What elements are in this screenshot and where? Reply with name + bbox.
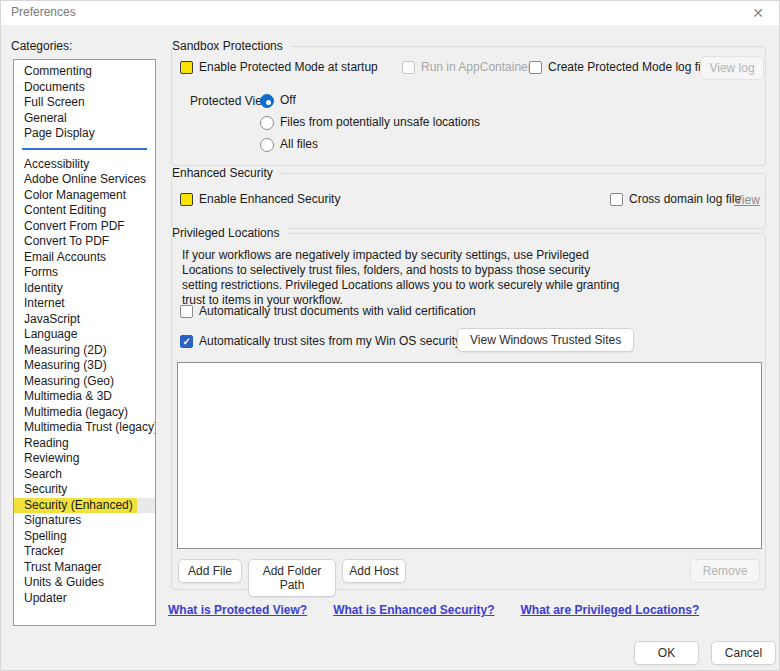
ok-button[interactable]: OK: [634, 641, 699, 665]
categories-list: Commenting Documents Full Screen General…: [13, 59, 156, 626]
view-log-button: View log: [700, 56, 764, 80]
categories-label: Categories:: [11, 39, 72, 53]
enable-protected-mode-checkbox[interactable]: [180, 61, 193, 74]
sidebar-item[interactable]: Measuring (3D): [14, 358, 155, 374]
protected-view-all-files-radio[interactable]: [260, 138, 274, 152]
protected-view-unsafe-radio[interactable]: [260, 116, 274, 130]
sidebar-item[interactable]: Forms: [14, 265, 155, 281]
protected-view-off-radio[interactable]: [260, 94, 274, 108]
what-is-enhanced-security-link[interactable]: What is Enhanced Security?: [333, 603, 494, 617]
protected-view-off-label: Off: [280, 93, 296, 107]
add-folder-path-button[interactable]: Add Folder Path: [248, 559, 336, 597]
sidebar-item[interactable]: Search: [14, 467, 155, 483]
create-protected-mode-log-label: Create Protected Mode log file: [548, 60, 710, 74]
sidebar-item[interactable]: Convert To PDF: [14, 234, 155, 250]
sidebar-item[interactable]: Measuring (2D): [14, 343, 155, 359]
enable-enhanced-security-label: Enable Enhanced Security: [199, 192, 340, 206]
sidebar-item[interactable]: Security: [14, 482, 155, 498]
add-file-button[interactable]: Add File: [178, 559, 242, 583]
trust-win-os-sites-label: Automatically trust sites from my Win OS…: [199, 334, 496, 348]
sidebar-item[interactable]: Reading: [14, 436, 155, 452]
sidebar-item[interactable]: Tracker: [14, 544, 155, 560]
help-links: What is Protected View? What is Enhanced…: [168, 603, 699, 617]
sidebar-item[interactable]: Commenting: [14, 64, 155, 80]
sandbox-protections-group: Sandbox Protections Enable Protected Mod…: [171, 46, 766, 166]
enable-enhanced-security-checkbox[interactable]: [180, 193, 193, 206]
remove-button: Remove: [690, 559, 760, 583]
sidebar-item[interactable]: Multimedia Trust (legacy): [14, 420, 155, 436]
trusted-locations-listbox[interactable]: [177, 362, 762, 549]
sidebar-item[interactable]: Updater: [14, 591, 155, 607]
cross-domain-log-checkbox[interactable]: [610, 193, 623, 206]
dialog-content: Categories: Commenting Documents Full Sc…: [1, 25, 780, 671]
protected-view-unsafe-label: Files from potentially unsafe locations: [280, 115, 480, 129]
categories-group-top: Commenting Documents Full Screen General…: [14, 64, 155, 142]
sidebar-item[interactable]: Multimedia (legacy): [14, 405, 155, 421]
enhanced-security-group: Enhanced Security Enable Enhanced Securi…: [171, 173, 766, 229]
run-in-appcontainer-checkbox: [402, 61, 415, 74]
cancel-button[interactable]: Cancel: [711, 641, 776, 665]
sidebar-item[interactable]: Measuring (Geo): [14, 374, 155, 390]
privileged-locations-title: Privileged Locations: [172, 227, 287, 240]
sidebar-item[interactable]: Full Screen: [14, 95, 155, 111]
sidebar-item[interactable]: Units & Guides: [14, 575, 155, 591]
sidebar-item[interactable]: Trust Manager: [14, 560, 155, 576]
trust-win-os-sites-checkbox[interactable]: [180, 335, 193, 348]
sidebar-item[interactable]: JavaScript: [14, 312, 155, 328]
sidebar-item[interactable]: Page Display: [14, 126, 155, 142]
what-is-protected-view-link[interactable]: What is Protected View?: [168, 603, 307, 617]
sidebar-item[interactable]: Content Editing: [14, 203, 155, 219]
trust-certified-docs-label: Automatically trust documents with valid…: [199, 304, 476, 318]
sidebar-item[interactable]: Internet: [14, 296, 155, 312]
cross-domain-view-link[interactable]: View: [734, 193, 760, 207]
create-protected-mode-log-checkbox[interactable]: [529, 61, 542, 74]
sidebar-item[interactable]: Signatures: [14, 513, 155, 529]
privileged-locations-group: Privileged Locations If your workflows a…: [171, 233, 766, 590]
sidebar-item[interactable]: Documents: [14, 80, 155, 96]
title-bar: Preferences ✕: [1, 1, 779, 25]
sidebar-item[interactable]: Language: [14, 327, 155, 343]
sidebar-item[interactable]: Email Accounts: [14, 250, 155, 266]
sidebar-item[interactable]: Accessibility: [14, 157, 155, 173]
sidebar-item[interactable]: General: [14, 111, 155, 127]
run-in-appcontainer-label: Run in AppContainer: [421, 60, 532, 74]
enable-protected-mode-label: Enable Protected Mode at startup: [199, 60, 378, 74]
privileged-locations-description: If your workflows are negatively impacte…: [182, 248, 622, 308]
cross-domain-log-label: Cross domain log file: [629, 192, 741, 206]
sidebar-item[interactable]: Spelling: [14, 529, 155, 545]
footer-buttons: OK Cancel: [634, 641, 776, 665]
close-icon[interactable]: ✕: [749, 4, 767, 22]
sidebar-item[interactable]: Multimedia & 3D: [14, 389, 155, 405]
trust-certified-docs-checkbox[interactable]: [180, 305, 193, 318]
preferences-dialog: Preferences ✕ Categories: Commenting Doc…: [0, 0, 780, 671]
add-host-button[interactable]: Add Host: [342, 559, 406, 583]
sidebar-item[interactable]: Adobe Online Services: [14, 172, 155, 188]
sidebar-item[interactable]: Identity: [14, 281, 155, 297]
sidebar-item[interactable]: Color Management: [14, 188, 155, 204]
sidebar-item[interactable]: Convert From PDF: [14, 219, 155, 235]
view-windows-trusted-sites-button[interactable]: View Windows Trusted Sites: [457, 328, 634, 352]
sandbox-protections-title: Sandbox Protections: [172, 40, 291, 53]
what-are-privileged-locations-link[interactable]: What are Privileged Locations?: [521, 603, 700, 617]
categories-separator: [22, 148, 147, 150]
protected-view-label: Protected View: [190, 94, 271, 108]
protected-view-all-files-label: All files: [280, 137, 318, 151]
window-title: Preferences: [11, 5, 76, 19]
enhanced-security-title: Enhanced Security: [172, 167, 281, 180]
sidebar-item[interactable]: Reviewing: [14, 451, 155, 467]
sidebar-item[interactable]: Security (Enhanced): [14, 498, 155, 514]
categories-group-main: Accessibility Adobe Online Services Colo…: [14, 157, 155, 607]
